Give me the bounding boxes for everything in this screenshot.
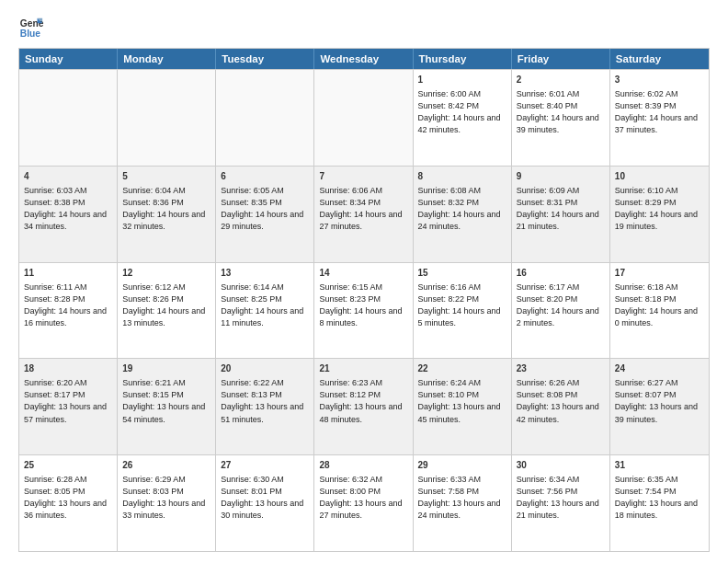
cell-info: Sunrise: 6:15 AM Sunset: 8:23 PM Dayligh… [319, 282, 407, 329]
cell-info: Sunrise: 6:32 AM Sunset: 8:00 PM Dayligh… [319, 474, 407, 522]
calendar-cell-20: 20Sunrise: 6:22 AM Sunset: 8:13 PM Dayli… [216, 359, 314, 454]
day-number: 2 [517, 74, 605, 86]
day-number: 26 [122, 459, 210, 472]
cell-info: Sunrise: 6:12 AM Sunset: 8:26 PM Dayligh… [122, 282, 210, 329]
calendar-cell-6: 6Sunrise: 6:05 AM Sunset: 8:35 PM Daylig… [216, 167, 314, 262]
day-number: 30 [517, 459, 605, 472]
calendar-cell-12: 12Sunrise: 6:12 AM Sunset: 8:26 PM Dayli… [118, 263, 216, 359]
day-number: 29 [418, 459, 506, 472]
day-number: 23 [517, 362, 605, 375]
cell-info: Sunrise: 6:28 AM Sunset: 8:05 PM Dayligh… [24, 474, 112, 522]
logo: General Blue [18, 15, 48, 40]
calendar-cell-22: 22Sunrise: 6:24 AM Sunset: 8:10 PM Dayli… [414, 359, 512, 454]
cell-info: Sunrise: 6:14 AM Sunset: 8:25 PM Dayligh… [221, 282, 309, 329]
cell-info: Sunrise: 6:20 AM Sunset: 8:17 PM Dayligh… [24, 377, 112, 425]
calendar-cell-28: 28Sunrise: 6:32 AM Sunset: 8:00 PM Dayli… [314, 455, 413, 551]
cell-info: Sunrise: 6:29 AM Sunset: 8:03 PM Dayligh… [122, 474, 210, 522]
calendar-row-4: 25Sunrise: 6:28 AM Sunset: 8:05 PM Dayli… [19, 454, 709, 551]
day-number: 1 [418, 74, 506, 86]
day-number: 10 [615, 170, 704, 183]
calendar-cell-empty-0-1 [118, 70, 216, 166]
cell-info: Sunrise: 6:26 AM Sunset: 8:08 PM Dayligh… [517, 377, 605, 425]
header-day-friday: Friday [512, 49, 610, 69]
day-number: 16 [517, 267, 605, 280]
cell-info: Sunrise: 6:02 AM Sunset: 8:39 PM Dayligh… [615, 88, 704, 136]
header-day-saturday: Saturday [610, 49, 709, 69]
calendar-cell-5: 5Sunrise: 6:04 AM Sunset: 8:36 PM Daylig… [118, 167, 216, 262]
calendar-row-3: 18Sunrise: 6:20 AM Sunset: 8:17 PM Dayli… [19, 358, 709, 454]
day-number: 7 [319, 170, 407, 183]
day-number: 15 [418, 267, 506, 280]
calendar: SundayMondayTuesdayWednesdayThursdayFrid… [18, 48, 710, 552]
calendar-cell-14: 14Sunrise: 6:15 AM Sunset: 8:23 PM Dayli… [314, 263, 413, 359]
cell-info: Sunrise: 6:01 AM Sunset: 8:40 PM Dayligh… [517, 88, 605, 136]
calendar-cell-3: 3Sunrise: 6:02 AM Sunset: 8:39 PM Daylig… [610, 70, 709, 166]
day-number: 19 [122, 362, 210, 375]
calendar-row-2: 11Sunrise: 6:11 AM Sunset: 8:28 PM Dayli… [19, 262, 709, 359]
header-day-sunday: Sunday [19, 49, 118, 69]
calendar-cell-17: 17Sunrise: 6:18 AM Sunset: 8:18 PM Dayli… [610, 263, 709, 359]
cell-info: Sunrise: 6:03 AM Sunset: 8:38 PM Dayligh… [24, 185, 112, 233]
day-number: 14 [319, 267, 407, 280]
calendar-cell-15: 15Sunrise: 6:16 AM Sunset: 8:22 PM Dayli… [414, 263, 512, 359]
day-number: 17 [615, 267, 704, 280]
cell-info: Sunrise: 6:10 AM Sunset: 8:29 PM Dayligh… [615, 185, 704, 233]
day-number: 20 [221, 362, 309, 375]
calendar-cell-23: 23Sunrise: 6:26 AM Sunset: 8:08 PM Dayli… [512, 359, 610, 454]
calendar-cell-27: 27Sunrise: 6:30 AM Sunset: 8:01 PM Dayli… [216, 455, 314, 551]
day-number: 8 [418, 170, 506, 183]
cell-info: Sunrise: 6:16 AM Sunset: 8:22 PM Dayligh… [418, 282, 506, 329]
day-number: 3 [615, 74, 704, 86]
cell-info: Sunrise: 6:18 AM Sunset: 8:18 PM Dayligh… [615, 282, 704, 329]
page: General Blue SundayMondayTuesdayWednesda… [0, 0, 728, 563]
calendar-cell-18: 18Sunrise: 6:20 AM Sunset: 8:17 PM Dayli… [19, 359, 118, 454]
calendar-cell-19: 19Sunrise: 6:21 AM Sunset: 8:15 PM Dayli… [118, 359, 216, 454]
cell-info: Sunrise: 6:08 AM Sunset: 8:32 PM Dayligh… [418, 185, 506, 233]
calendar-cell-8: 8Sunrise: 6:08 AM Sunset: 8:32 PM Daylig… [414, 167, 512, 262]
calendar-row-0: 1Sunrise: 6:00 AM Sunset: 8:42 PM Daylig… [19, 69, 709, 166]
header-day-monday: Monday [118, 49, 216, 69]
cell-info: Sunrise: 6:34 AM Sunset: 7:56 PM Dayligh… [517, 474, 605, 522]
calendar-row-1: 4Sunrise: 6:03 AM Sunset: 8:38 PM Daylig… [19, 166, 709, 262]
header-day-tuesday: Tuesday [216, 49, 314, 69]
calendar-body: 1Sunrise: 6:00 AM Sunset: 8:42 PM Daylig… [19, 69, 709, 551]
cell-info: Sunrise: 6:09 AM Sunset: 8:31 PM Dayligh… [517, 185, 605, 233]
cell-info: Sunrise: 6:11 AM Sunset: 8:28 PM Dayligh… [24, 282, 112, 329]
cell-info: Sunrise: 6:06 AM Sunset: 8:34 PM Dayligh… [319, 185, 407, 233]
calendar-cell-24: 24Sunrise: 6:27 AM Sunset: 8:07 PM Dayli… [610, 359, 709, 454]
cell-info: Sunrise: 6:24 AM Sunset: 8:10 PM Dayligh… [418, 377, 506, 425]
day-number: 12 [122, 267, 210, 280]
day-number: 13 [221, 267, 309, 280]
header-day-wednesday: Wednesday [314, 49, 413, 69]
cell-info: Sunrise: 6:27 AM Sunset: 8:07 PM Dayligh… [615, 377, 704, 425]
calendar-header: SundayMondayTuesdayWednesdayThursdayFrid… [19, 49, 709, 69]
day-number: 5 [122, 170, 210, 183]
day-number: 27 [221, 459, 309, 472]
calendar-cell-empty-0-3 [314, 70, 413, 166]
day-number: 18 [24, 362, 112, 375]
header-day-thursday: Thursday [414, 49, 512, 69]
svg-text:Blue: Blue [20, 29, 41, 39]
cell-info: Sunrise: 6:21 AM Sunset: 8:15 PM Dayligh… [122, 377, 210, 425]
day-number: 9 [517, 170, 605, 183]
header: General Blue [18, 15, 710, 40]
day-number: 21 [319, 362, 407, 375]
cell-info: Sunrise: 6:30 AM Sunset: 8:01 PM Dayligh… [221, 474, 309, 522]
cell-info: Sunrise: 6:33 AM Sunset: 7:58 PM Dayligh… [418, 474, 506, 522]
calendar-cell-13: 13Sunrise: 6:14 AM Sunset: 8:25 PM Dayli… [216, 263, 314, 359]
cell-info: Sunrise: 6:23 AM Sunset: 8:12 PM Dayligh… [319, 377, 407, 425]
day-number: 28 [319, 459, 407, 472]
calendar-cell-26: 26Sunrise: 6:29 AM Sunset: 8:03 PM Dayli… [118, 455, 216, 551]
calendar-cell-2: 2Sunrise: 6:01 AM Sunset: 8:40 PM Daylig… [512, 70, 610, 166]
calendar-cell-16: 16Sunrise: 6:17 AM Sunset: 8:20 PM Dayli… [512, 263, 610, 359]
calendar-cell-10: 10Sunrise: 6:10 AM Sunset: 8:29 PM Dayli… [610, 167, 709, 262]
calendar-cell-21: 21Sunrise: 6:23 AM Sunset: 8:12 PM Dayli… [314, 359, 413, 454]
cell-info: Sunrise: 6:17 AM Sunset: 8:20 PM Dayligh… [517, 282, 605, 329]
calendar-cell-11: 11Sunrise: 6:11 AM Sunset: 8:28 PM Dayli… [19, 263, 118, 359]
calendar-cell-29: 29Sunrise: 6:33 AM Sunset: 7:58 PM Dayli… [414, 455, 512, 551]
day-number: 4 [24, 170, 112, 183]
day-number: 11 [24, 267, 112, 280]
calendar-cell-25: 25Sunrise: 6:28 AM Sunset: 8:05 PM Dayli… [19, 455, 118, 551]
day-number: 25 [24, 459, 112, 472]
day-number: 31 [615, 459, 704, 472]
